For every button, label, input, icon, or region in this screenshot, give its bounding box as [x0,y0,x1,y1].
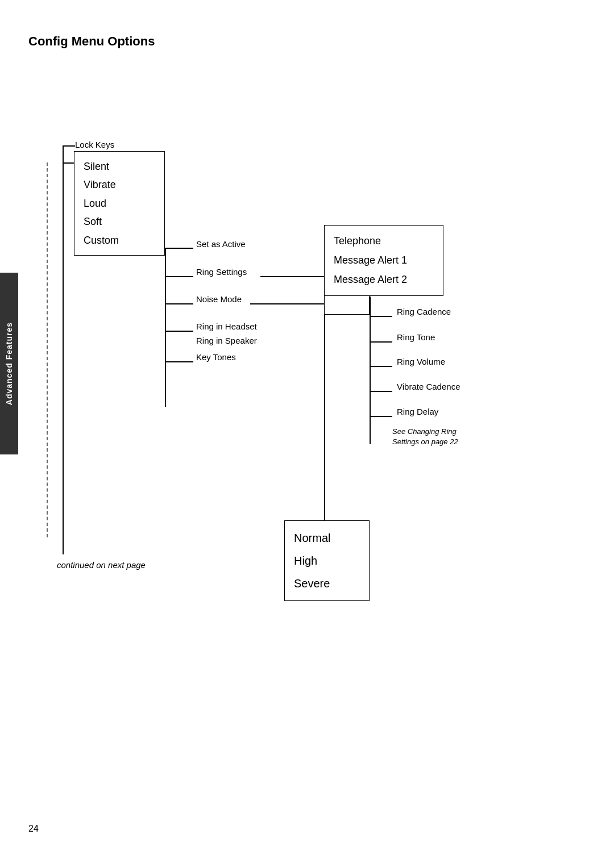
silent-item: Silent [84,157,155,176]
main-content: Config Menu Options Lock Keys User Profi… [28,34,586,583]
page-number: 24 [28,824,39,834]
set-as-active-label: Set as Active [196,239,246,249]
line-user-profiles [63,162,75,164]
hline-set-active [165,248,193,249]
hline-ring-delay [370,416,392,417]
ring-note: See Changing Ring Settings on page 22 [392,427,458,447]
hline-ring-settings [165,276,193,277]
ring-volume-label: Ring Volume [397,357,445,366]
normal-item: Normal [294,527,360,549]
diagram: Lock Keys User Profiles Silent Vibrate L… [28,72,540,583]
noise-box [324,293,370,315]
main-vline [63,145,64,554]
nhs-box: Normal High Severe [284,520,370,601]
noise-mode-label: Noise Mode [196,294,242,304]
vline-to-nhs [324,315,325,531]
ring-settings-label: Ring Settings [196,267,247,277]
ring-tone-label: Ring Tone [397,332,435,342]
key-tones-label: Key Tones [196,352,236,362]
hline-ring-settings-to-box [260,276,324,277]
footnote: continued on next page [57,560,146,570]
hline-noise-mode [165,303,193,304]
telephone-item: Telephone [334,231,434,251]
high-item: High [294,549,360,572]
vibrate-item: Vibrate [84,176,155,194]
severe-item: Severe [294,572,360,595]
hline-noise-mode-box [250,303,324,304]
vline-subitems [165,248,166,407]
hline-key-tones [165,361,193,362]
dashed-vline [47,162,48,537]
ring-in-headset-label: Ring in Headset [196,322,257,331]
telephone-box: Telephone Message Alert 1 Message Alert … [324,225,443,296]
message-alert-1-item: Message Alert 1 [334,251,434,270]
hline-ring-volume [370,366,392,367]
vibrate-cadence-label: Vibrate Cadence [397,382,460,391]
ring-cadence-label: Ring Cadence [397,307,451,316]
ring-in-speaker-label: Ring in Speaker [196,336,257,345]
hline-vibrate-cadence [370,391,392,392]
sidebar-label: Advanced Features [5,322,14,405]
hline-ring-headset [165,331,193,332]
hline-ring-tone [370,341,392,343]
line-lock-keys [63,145,75,147]
sidebar-tab: Advanced Features [0,273,18,454]
hline-ring-cadence [370,316,392,317]
loud-item: Loud [84,194,155,212]
custom-item: Custom [84,231,155,249]
vline-tel-subitems [370,297,371,444]
soft-item: Soft [84,212,155,231]
ring-delay-label: Ring Delay [397,407,438,416]
page-title: Config Menu Options [28,34,586,49]
lock-keys-label: Lock Keys [75,140,114,149]
message-alert-2-item: Message Alert 2 [334,270,434,289]
profiles-box: Silent Vibrate Loud Soft Custom [74,151,165,256]
